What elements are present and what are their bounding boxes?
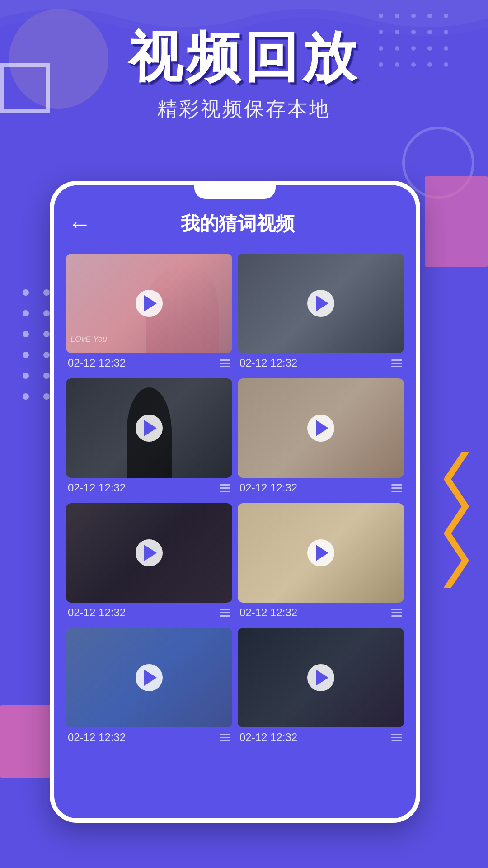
video-meta-5: 02-12 12:32 [66, 603, 232, 623]
video-timestamp-1: 02-12 12:32 [68, 357, 126, 369]
video-timestamp-5: 02-12 12:32 [68, 606, 126, 619]
video-thumb-7[interactable] [66, 628, 232, 727]
video-thumb-6[interactable] [238, 503, 404, 603]
video-item-7: 02-12 12:32 [66, 628, 232, 747]
video-item-3: 02-12 12:32 [66, 378, 232, 498]
play-button-8[interactable] [307, 664, 334, 691]
video-menu-4[interactable] [391, 484, 402, 492]
phone-mockup-container: ← 我的猜词视频 02-12 12:32 [50, 181, 420, 823]
video-menu-8[interactable] [391, 734, 402, 741]
sub-title: 精彩视频保存本地 [36, 96, 452, 123]
video-menu-1[interactable] [220, 359, 230, 367]
play-button-6[interactable] [307, 539, 334, 566]
video-meta-4: 02-12 12:32 [238, 478, 404, 498]
phone-mockup: ← 我的猜词视频 02-12 12:32 [50, 181, 420, 823]
video-thumb-1[interactable] [66, 254, 232, 353]
play-icon-8 [316, 670, 328, 686]
video-item-2: 02-12 12:32 [238, 254, 404, 373]
play-icon-5 [144, 545, 157, 561]
play-icon-1 [144, 295, 157, 311]
bg-dots-left [23, 289, 52, 401]
play-button-2[interactable] [307, 290, 334, 317]
video-menu-7[interactable] [220, 734, 230, 741]
video-meta-2: 02-12 12:32 [238, 353, 404, 373]
video-thumb-5[interactable] [66, 503, 232, 603]
bg-rect-pink-bottom [0, 705, 54, 778]
main-title: 视频回放 [36, 27, 452, 87]
play-icon-2 [316, 295, 328, 311]
play-icon-4 [316, 420, 328, 436]
video-grid: 02-12 12:32 [54, 246, 416, 755]
play-button-4[interactable] [307, 415, 334, 442]
video-thumb-2[interactable] [238, 254, 404, 353]
video-timestamp-4: 02-12 12:32 [239, 481, 297, 494]
video-thumb-3[interactable] [66, 378, 232, 478]
phone-notch [194, 181, 276, 199]
video-item-5: 02-12 12:32 [66, 503, 232, 623]
bg-zigzag [438, 452, 474, 588]
bg-rect-pink-right [425, 176, 488, 267]
video-timestamp-8: 02-12 12:32 [239, 731, 297, 744]
play-button-3[interactable] [136, 415, 163, 442]
video-menu-6[interactable] [391, 609, 402, 617]
video-meta-6: 02-12 12:32 [238, 603, 404, 623]
screen-title: 我的猜词视频 [100, 211, 375, 236]
video-thumb-4[interactable] [238, 378, 404, 478]
video-item-6: 02-12 12:32 [238, 503, 404, 623]
video-timestamp-6: 02-12 12:32 [239, 606, 297, 619]
video-timestamp-3: 02-12 12:32 [68, 481, 126, 494]
video-timestamp-7: 02-12 12:32 [68, 731, 126, 744]
video-timestamp-2: 02-12 12:32 [239, 357, 297, 369]
play-icon-7 [144, 670, 157, 686]
video-meta-1: 02-12 12:32 [66, 353, 232, 373]
video-item-1: 02-12 12:32 [66, 254, 232, 373]
video-item-4: 02-12 12:32 [238, 378, 404, 498]
phone-screen: ← 我的猜词视频 02-12 12:32 [54, 185, 416, 818]
play-button-1[interactable] [136, 290, 163, 317]
header-section: 视频回放 精彩视频保存本地 [0, 0, 488, 141]
play-button-5[interactable] [136, 539, 163, 566]
video-meta-8: 02-12 12:32 [238, 727, 404, 747]
play-button-7[interactable] [136, 664, 163, 691]
video-item-8: 02-12 12:32 [238, 628, 404, 747]
play-icon-3 [144, 420, 157, 436]
video-menu-2[interactable] [391, 359, 402, 367]
video-thumb-8[interactable] [238, 628, 404, 727]
video-meta-7: 02-12 12:32 [66, 727, 232, 747]
video-menu-5[interactable] [220, 609, 230, 617]
play-icon-6 [316, 545, 328, 561]
video-meta-3: 02-12 12:32 [66, 478, 232, 498]
back-button[interactable]: ← [68, 210, 91, 237]
video-menu-3[interactable] [220, 484, 230, 492]
